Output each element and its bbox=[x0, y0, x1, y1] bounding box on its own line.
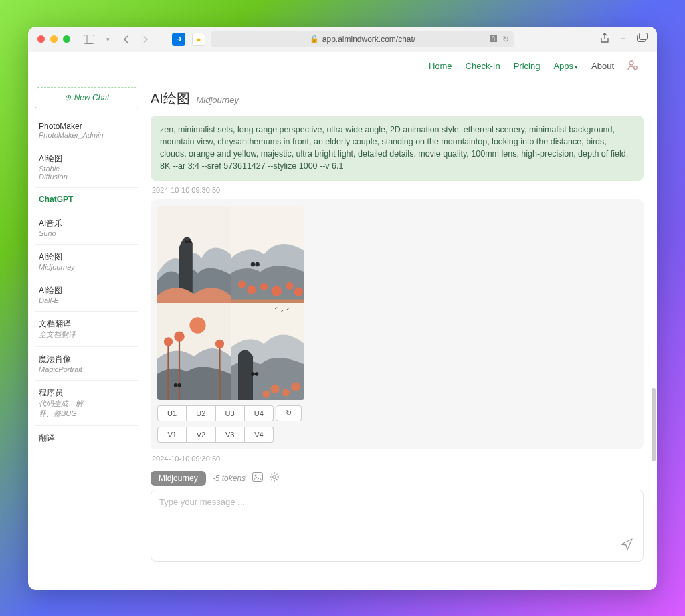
sidebar-item-midjourney[interactable]: AI绘图 Midjourney bbox=[35, 245, 138, 278]
svg-point-19 bbox=[189, 317, 205, 334]
sidebar-item-chatgpt[interactable]: ChatGPT bbox=[35, 188, 138, 211]
url-text: app.aimindwork.com/chat/ bbox=[322, 35, 415, 44]
sidebar-item-photomaker[interactable]: PhotoMaker PhotoMaker_Admin bbox=[35, 115, 138, 146]
new-tab-icon[interactable]: ＋ bbox=[619, 33, 627, 45]
refresh-icon: ↻ bbox=[286, 409, 292, 417]
u2-button[interactable]: U2 bbox=[187, 405, 215, 421]
svg-point-16 bbox=[286, 282, 294, 289]
refresh-button[interactable]: ↻ bbox=[276, 405, 302, 421]
upscale-row: U1 U2 U3 U4 ↻ bbox=[157, 405, 302, 421]
svg-point-33 bbox=[291, 382, 300, 391]
user-icon[interactable] bbox=[627, 60, 638, 72]
svg-line-45 bbox=[276, 474, 278, 475]
image-tile-4[interactable] bbox=[231, 303, 304, 400]
svg-line-43 bbox=[276, 479, 278, 480]
image-grid[interactable] bbox=[157, 206, 304, 400]
svg-point-29 bbox=[251, 372, 255, 376]
sidebar-item-suno[interactable]: AI音乐 Suno bbox=[35, 211, 138, 245]
sidebar-item-translate[interactable]: 翻译 bbox=[35, 426, 138, 451]
v1-button[interactable]: V1 bbox=[157, 427, 187, 443]
extension-icon[interactable]: ● bbox=[192, 33, 205, 46]
reload-icon[interactable]: ↻ bbox=[502, 35, 509, 44]
svg-point-10 bbox=[251, 262, 256, 266]
forward-icon[interactable] bbox=[138, 33, 152, 46]
token-cost: -5 tokens bbox=[213, 474, 246, 483]
svg-point-27 bbox=[177, 383, 181, 387]
svg-point-7 bbox=[185, 240, 188, 243]
image-icon[interactable] bbox=[252, 472, 263, 484]
svg-point-37 bbox=[273, 476, 276, 478]
gear-icon[interactable] bbox=[270, 472, 279, 484]
svg-point-14 bbox=[260, 282, 268, 290]
v3-button[interactable]: V3 bbox=[216, 427, 245, 443]
message-placeholder: Type your message ... bbox=[159, 497, 245, 507]
assistant-reply: U1 U2 U3 U4 ↻ V1 V2 V3 V4 bbox=[151, 199, 644, 449]
reply-timestamp: 2024-10-10 09:30:50 bbox=[152, 455, 642, 463]
svg-point-17 bbox=[294, 287, 303, 296]
image-tile-3[interactable] bbox=[157, 303, 231, 400]
sidebar-item-magicportrait[interactable]: 魔法肖像 MagicPortrait bbox=[35, 347, 138, 381]
svg-point-11 bbox=[255, 262, 260, 266]
nav-about[interactable]: About bbox=[591, 61, 614, 71]
u1-button[interactable]: U1 bbox=[157, 405, 187, 421]
lock-icon: 🔒 bbox=[310, 35, 319, 43]
share-icon[interactable] bbox=[600, 33, 609, 45]
image-tile-2[interactable] bbox=[231, 206, 304, 303]
chevron-down-icon[interactable]: ▾ bbox=[101, 33, 114, 46]
svg-line-42 bbox=[271, 474, 272, 475]
u4-button[interactable]: U4 bbox=[245, 405, 274, 421]
svg-point-8 bbox=[188, 240, 191, 243]
svg-point-23 bbox=[164, 337, 173, 346]
svg-point-36 bbox=[255, 475, 257, 477]
window-controls bbox=[37, 35, 70, 43]
svg-point-31 bbox=[270, 384, 279, 393]
zoom-window[interactable] bbox=[63, 35, 70, 43]
message-input[interactable]: Type your message ... bbox=[151, 490, 644, 562]
u3-button[interactable]: U3 bbox=[216, 405, 245, 421]
nav-home[interactable]: Home bbox=[429, 61, 452, 71]
sidebar-item-doctrans[interactable]: 文档翻译 全文档翻译 bbox=[35, 312, 138, 347]
chat-content: AI绘图 Midjourney zen, minimalist sets, lo… bbox=[145, 80, 657, 590]
svg-point-4 bbox=[629, 61, 633, 65]
new-chat-button[interactable]: ⊕ New Chat bbox=[35, 87, 138, 108]
address-bar[interactable]: 🔒 app.aimindwork.com/chat/ 🅰 ↻ bbox=[211, 31, 514, 47]
svg-rect-3 bbox=[640, 33, 648, 40]
minimize-window[interactable] bbox=[50, 35, 58, 43]
close-window[interactable] bbox=[37, 35, 45, 43]
nav-checkin[interactable]: Check-In bbox=[466, 61, 500, 71]
svg-point-25 bbox=[215, 339, 224, 348]
user-prompt-bubble: zen, minimalist sets, long range perspec… bbox=[151, 116, 644, 181]
translate-icon[interactable]: 🅰 bbox=[490, 35, 497, 44]
send-icon[interactable] bbox=[620, 538, 633, 553]
prompt-timestamp: 2024-10-10 09:30:50 bbox=[152, 186, 642, 194]
svg-point-32 bbox=[282, 389, 290, 396]
extension-icon[interactable]: ➜ bbox=[172, 33, 185, 46]
plus-icon: ⊕ bbox=[64, 93, 71, 102]
image-tile-1[interactable] bbox=[157, 206, 231, 303]
main-area: ⊕ New Chat PhotoMaker PhotoMaker_Admin A… bbox=[28, 80, 657, 590]
sidebar-item-programmer[interactable]: 程序员 代码生成、解释、修BUG bbox=[35, 381, 138, 426]
app-navbar: Home Check-In Pricing Apps▾ About bbox=[28, 52, 657, 80]
v4-button[interactable]: V4 bbox=[245, 427, 274, 443]
tabs-icon[interactable] bbox=[637, 33, 648, 45]
v2-button[interactable]: V2 bbox=[187, 427, 215, 443]
nav-apps[interactable]: Apps▾ bbox=[553, 61, 578, 71]
nav-pricing[interactable]: Pricing bbox=[514, 61, 541, 71]
variation-row: V1 V2 V3 V4 bbox=[157, 427, 274, 443]
sidebar-item-dalle[interactable]: AI绘图 Dall-E bbox=[35, 278, 138, 312]
svg-rect-0 bbox=[84, 35, 94, 43]
svg-point-12 bbox=[238, 280, 246, 288]
svg-point-15 bbox=[272, 286, 282, 296]
svg-point-30 bbox=[255, 372, 259, 376]
browser-window: ▾ ➜ ● ◐ ☰ ▭ 🔒 app.aimindwork.com/chat/ 🅰… bbox=[28, 27, 657, 590]
browser-toolbar: ▾ ➜ ● ◐ ☰ ▭ 🔒 app.aimindwork.com/chat/ 🅰… bbox=[28, 27, 657, 52]
model-chip[interactable]: Midjourney bbox=[151, 471, 206, 486]
back-icon[interactable] bbox=[120, 33, 133, 46]
composer: Midjourney -5 tokens Type your message .… bbox=[151, 471, 644, 562]
sidebar: ⊕ New Chat PhotoMaker PhotoMaker_Admin A… bbox=[28, 80, 145, 590]
sidebar-toggle-icon[interactable] bbox=[82, 33, 96, 46]
svg-point-34 bbox=[262, 390, 270, 397]
scrollbar-thumb[interactable] bbox=[652, 388, 656, 461]
sidebar-item-sd[interactable]: AI绘图 Stable Diffusion bbox=[35, 146, 138, 188]
svg-line-44 bbox=[271, 479, 272, 480]
